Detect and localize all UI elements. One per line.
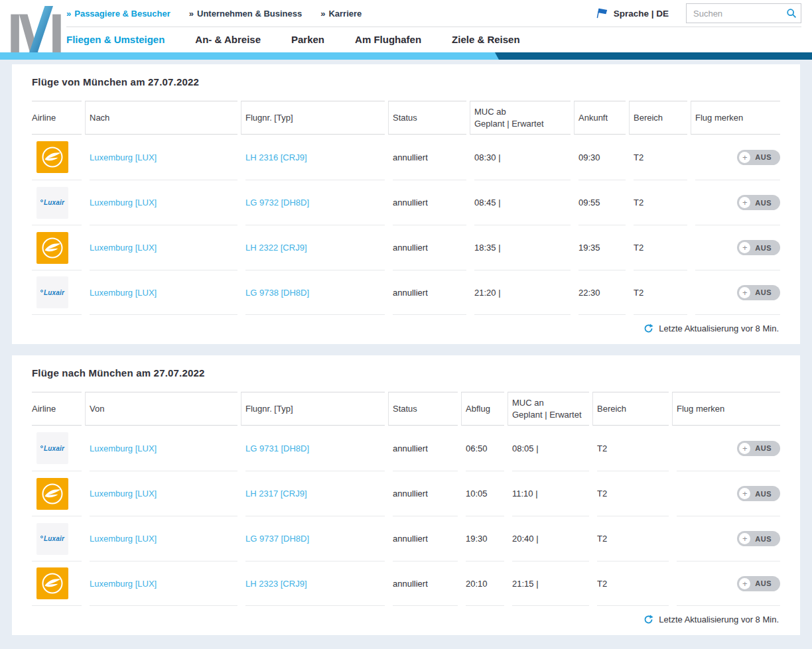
- departures-table: AirlineNachFlugnr. [Typ]StatusMUC abGepl…: [32, 101, 780, 315]
- column-header: Status: [388, 392, 458, 426]
- main-nav: Fliegen & UmsteigenAn- & AbreiseParkenAm…: [66, 27, 801, 52]
- departures-last-updated[interactable]: Letzte Aktualisierung vor 8 Min.: [32, 315, 780, 339]
- site-header: »Passagiere & Besucher»Unternehmen & Bus…: [0, 0, 812, 60]
- flight-number-link[interactable]: LH 2323 [CRJ9]: [245, 579, 307, 589]
- mainnav-tab-am-flughafen[interactable]: Am Flughafen: [355, 34, 421, 45]
- area-text: T2: [597, 561, 669, 606]
- flight-cell: LH 2317 [CRJ9]: [245, 471, 385, 516]
- lufthansa-crane-icon: [39, 481, 66, 507]
- flug-merken-toggle[interactable]: + AUS: [737, 150, 780, 165]
- place-cell: Luxemburg [LUX]: [90, 135, 237, 180]
- topnav-item-karriere[interactable]: »Karriere: [320, 9, 362, 19]
- flight-number-link[interactable]: LG 9732 [DH8D]: [245, 198, 309, 207]
- header-accent-bar: [0, 52, 812, 60]
- flug-merken-toggle[interactable]: + AUS: [737, 441, 780, 456]
- airline-logo-cell: Luxair: [32, 426, 82, 471]
- arrivals-panel: Flüge nach München am 27.07.2022 Airline…: [12, 355, 800, 635]
- status-text: annulliert: [393, 180, 466, 225]
- flight-number-link[interactable]: LG 9731 [DH8D]: [245, 443, 309, 453]
- search-input[interactable]: [686, 3, 801, 23]
- area-text: T2: [634, 270, 687, 315]
- arrival-time: 22:30: [578, 270, 626, 315]
- toggle-state-label: AUS: [755, 153, 772, 161]
- toggle-state-label: AUS: [755, 490, 772, 498]
- area-text: T2: [597, 426, 669, 471]
- nav-item-label: Karriere: [328, 9, 362, 19]
- munich-airport-logo[interactable]: [9, 6, 62, 52]
- mainnav-tab-fliegen-umsteigen[interactable]: Fliegen & Umsteigen: [66, 34, 165, 45]
- flug-merken-toggle[interactable]: + AUS: [737, 576, 780, 591]
- flight-row: Luxair Luxemburg [LUX]LG 9731 [DH8D]annu…: [32, 426, 780, 471]
- column-header: Bereich: [629, 101, 687, 135]
- flug-merken-toggle[interactable]: + AUS: [737, 285, 780, 300]
- column-header: Flugnr. [Typ]: [241, 392, 385, 426]
- departures-title: Flüge von München am 27.07.2022: [32, 76, 780, 88]
- origin-link[interactable]: Luxemburg [LUX]: [90, 443, 157, 453]
- flight-row: Luxemburg [LUX]LH 2316 [CRJ9]annulliert0…: [32, 135, 780, 180]
- column-header-sublabel: Geplant | Erwartet: [474, 118, 571, 130]
- search-icon[interactable]: [786, 8, 797, 19]
- departure-time: 06:50: [466, 426, 504, 471]
- airline-logo-cell: Luxair: [32, 180, 82, 225]
- topnav-item-passagiere-besucher[interactable]: »Passagiere & Besucher: [66, 9, 170, 19]
- column-header-label: Abflug: [466, 403, 504, 415]
- origin-link[interactable]: Luxemburg [LUX]: [90, 579, 157, 589]
- accent-bar-light-segment: [0, 52, 499, 60]
- flug-merken-toggle[interactable]: + AUS: [737, 240, 780, 255]
- destination-link[interactable]: Luxemburg [LUX]: [90, 243, 157, 253]
- column-header: Flug merken: [691, 101, 780, 135]
- flight-number-link[interactable]: LG 9738 [DH8D]: [245, 288, 309, 298]
- flight-number-link[interactable]: LG 9737 [DH8D]: [245, 534, 309, 544]
- destination-link[interactable]: Luxemburg [LUX]: [90, 152, 157, 162]
- origin-link[interactable]: Luxemburg [LUX]: [90, 534, 157, 544]
- column-header-label: Bereich: [597, 403, 669, 415]
- destination-link[interactable]: Luxemburg [LUX]: [90, 288, 157, 298]
- flug-merken-toggle[interactable]: + AUS: [737, 195, 780, 210]
- place-cell: Luxemburg [LUX]: [90, 180, 237, 225]
- lufthansa-crane-icon: [39, 144, 66, 170]
- place-cell: Luxemburg [LUX]: [90, 516, 237, 561]
- language-selector[interactable]: Sprache | DE: [596, 7, 669, 19]
- lufthansa-logo: [36, 478, 68, 510]
- muc-departure-time: 08:45 |: [474, 180, 571, 225]
- nav-item-label: Parken: [291, 34, 324, 45]
- lufthansa-logo: [36, 232, 68, 264]
- column-header-label: Flugnr. [Typ]: [245, 403, 385, 415]
- muc-departure-time: 08:30 |: [474, 135, 571, 180]
- luxair-logo-label: Luxair: [44, 289, 64, 296]
- origin-link[interactable]: Luxemburg [LUX]: [90, 489, 157, 499]
- topnav-item-unternehmen-business[interactable]: »Unternehmen & Business: [189, 9, 302, 19]
- flight-number-link[interactable]: LH 2317 [CRJ9]: [245, 489, 307, 499]
- language-label: Sprache | DE: [614, 9, 669, 19]
- last-updated-text: Letzte Aktualisierung vor 8 Min.: [659, 615, 779, 624]
- column-header-label: Airline: [32, 403, 82, 415]
- lufthansa-logo: [36, 141, 68, 173]
- column-header-label: Nach: [90, 112, 237, 124]
- mainnav-tab-an-abreise[interactable]: An- & Abreise: [195, 34, 261, 45]
- place-cell: Luxemburg [LUX]: [90, 270, 237, 315]
- plus-icon: +: [739, 197, 750, 208]
- arrivals-last-updated[interactable]: Letzte Aktualisierung vor 8 Min.: [32, 606, 780, 630]
- mainnav-tab-ziele-reisen[interactable]: Ziele & Reisen: [452, 34, 520, 45]
- status-text: annulliert: [393, 426, 458, 471]
- flug-merken-toggle[interactable]: + AUS: [737, 531, 780, 546]
- mainnav-tab-parken[interactable]: Parken: [291, 34, 324, 45]
- luxair-mark-icon: [40, 200, 43, 202]
- flight-number-link[interactable]: LH 2316 [CRJ9]: [245, 152, 307, 162]
- destination-link[interactable]: Luxemburg [LUX]: [90, 198, 157, 207]
- column-header-label: Flug merken: [695, 112, 780, 124]
- lufthansa-crane-icon: [39, 570, 66, 597]
- column-header-label: Status: [393, 112, 466, 124]
- flight-cell: LH 2323 [CRJ9]: [245, 561, 385, 606]
- luxair-logo: Luxair: [36, 432, 68, 464]
- column-header: Ankunft: [574, 101, 626, 135]
- airline-logo-cell: [32, 471, 82, 516]
- last-updated-text: Letzte Aktualisierung vor 8 Min.: [659, 324, 779, 333]
- flug-merken-toggle[interactable]: + AUS: [737, 486, 780, 501]
- column-header: Flugnr. [Typ]: [241, 101, 385, 135]
- flight-number-link[interactable]: LH 2322 [CRJ9]: [245, 243, 307, 253]
- flug-merken-cell: + AUS: [677, 516, 780, 561]
- muc-departure-time: 21:20 |: [474, 270, 571, 315]
- nav-item-label: Passagiere & Besucher: [74, 9, 170, 19]
- lufthansa-logo: [36, 567, 68, 599]
